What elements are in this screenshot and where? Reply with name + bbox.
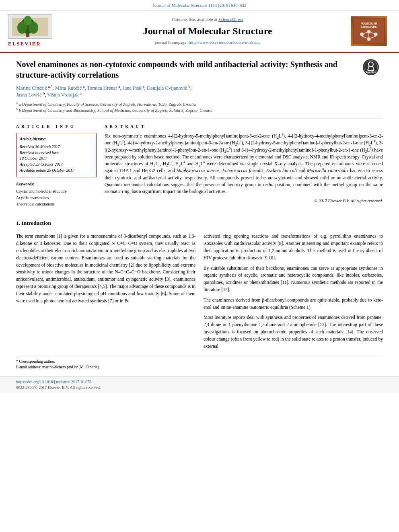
author-mirta[interactable]: Mirta Rubčić [55,85,82,91]
keywords-section: Keywords: Crystal and molecular structur… [16,181,97,207]
crossmark-icon: CrossMark [363,59,379,75]
authors-line: Marina Cindrić a,*, Mirta Rubčić a, Tomi… [16,85,383,99]
author-jasna[interactable]: Jasna Lovrić [16,92,42,98]
journal-cover-image: MOLECULAR STRUCTURE [351,16,387,46]
sciencedirect-label: Contents lists available at ScienceDirec… [64,16,351,23]
footnotes-section: * Corresponding author. E-mail address: … [16,356,383,370]
elsevier-logo: ELSEVIER [8,14,64,47]
article-title-text: Novel enaminones as non-cytotoxic compou… [16,60,337,79]
keywords-title: Keywords: [16,181,97,187]
author-danijela[interactable]: Danijela Cvijanović [147,85,187,91]
svg-text:STRUCTURE: STRUCTURE [361,25,376,28]
publisher-logo-area: ELSEVIER [8,14,64,47]
journal-title-area: Contents lists available at ScienceDirec… [64,16,351,45]
journal-homepage-link[interactable]: http://www.elsevier.com/locate/molstruc [189,40,260,45]
intro-paragraph-4: The enaminones derived from β-dicarbonyl… [204,297,383,311]
elsevier-tree-image [8,14,52,39]
author-visnja[interactable]: Višnja Vrdoljak [47,92,78,98]
author-marina[interactable]: Marina Cindrić [16,85,47,91]
copyright-notice: © 2017 Elsevier B.V. All rights reserved… [105,198,383,204]
abstract-divider [16,213,383,213]
sciencedirect-link[interactable]: ScienceDirect [218,17,243,22]
abstract-column: A B S T R A C T Six non–symmetric enamin… [105,124,383,208]
introduction-heading: 1. Introduction [16,220,383,227]
intro-paragraph-5: Most literature reports deal with synthe… [204,314,383,350]
introduction-section: 1. Introduction The term enaminone [1] i… [16,220,383,350]
affiliations: a a Department of Chemistry, Faculty of … [16,101,383,114]
author-jana[interactable]: Jana Pisk [123,85,142,91]
doi-link[interactable]: https://doi.org/10.1016/j.molstruc.2017.… [16,380,91,384]
received-revised-date: Received in revised form 18 October 2017 [20,150,93,161]
abstract-label: A B S T R A C T [105,124,383,129]
affiliation-a: a a Department of Chemistry, Faculty of … [16,101,383,108]
article-info-column: A R T I C L E I N F O Article history: R… [16,124,97,208]
abstract-text: Six non–symmetric enaminones 4-[(2-hydro… [105,133,383,195]
doi-bar: https://doi.org/10.1016/j.molstruc.2017.… [0,376,399,393]
article-info-label: A R T I C L E I N F O [16,124,97,129]
svg-point-10 [360,33,364,36]
journal-reference-bar: Journal of Molecular Structure 1154 (201… [0,0,399,10]
available-online-date: Available online 25 October 2017 [20,168,93,173]
issn-text: 0022-2860/© 2017 Elsevier B.V. All right… [16,385,101,390]
svg-point-11 [367,30,370,34]
svg-text:MOLECULAR: MOLECULAR [361,22,377,25]
svg-point-5 [24,16,32,25]
corresponding-author-note: * Corresponding author. E-mail address: … [16,359,383,370]
journal-header: ELSEVIER Contents lists available at Sci… [0,10,399,52]
journal-reference-text: Journal of Molecular Structure 1154 (201… [153,3,247,8]
affiliation-b: b b Department of Chemistry and Biochemi… [16,107,383,114]
article-history-box: Article history: Received 30 March 2017 … [16,133,97,177]
keyword-3: Theoretical calculations [16,201,97,207]
intro-paragraph-3: By suitable substitution of their backbo… [204,265,383,294]
article-history-title: Article history: [20,136,93,142]
received-date: Received 30 March 2017 [20,144,93,150]
intro-paragraph-2: activated ring opening reactions and tra… [204,233,383,261]
introduction-col2: activated ring opening reactions and tra… [204,233,383,350]
header-divider [16,119,383,119]
journal-homepage-label: journal homepage: http://www.elsevier.co… [64,39,351,45]
introduction-body: The term enaminone [1] is given for a mo… [16,233,383,350]
svg-point-12 [374,33,378,36]
elsevier-brand-text: ELSEVIER [8,40,41,47]
introduction-col1: The term enaminone [1] is given for a mo… [16,233,195,350]
crossmark-badge: CrossMark [363,59,383,79]
svg-point-13 [367,37,370,41]
svg-text:CrossMark: CrossMark [366,71,376,73]
journal-cover-area: MOLECULAR STRUCTURE [351,16,391,46]
accepted-date: Accepted 23 October 2017 [20,162,93,167]
keyword-1: Crystal and molecular structure [16,189,97,194]
author-tomica[interactable]: Tomica Hrenar [87,85,117,91]
keyword-2: Acyclic enaminones [16,195,97,201]
article-container: Novel enaminones as non-cytotoxic compou… [0,53,399,376]
article-title-area: Novel enaminones as non-cytotoxic compou… [16,59,383,80]
journal-title: Journal of Molecular Structure [64,25,351,38]
info-abstract-section: A R T I C L E I N F O Article history: R… [16,124,383,208]
intro-paragraph-1: The term enaminone [1] is given for a mo… [16,233,195,304]
